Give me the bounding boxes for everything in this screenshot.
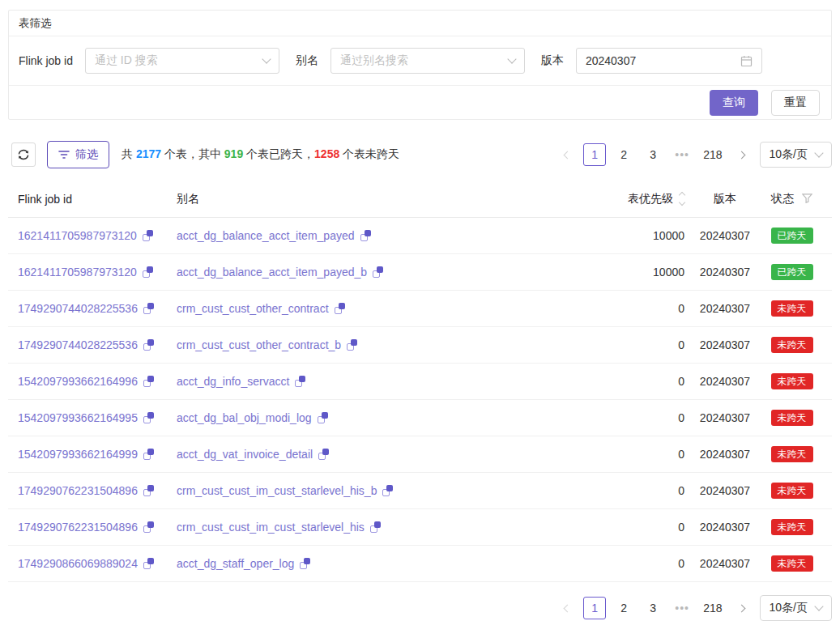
field-version: 版本 20240307 — [541, 48, 762, 74]
status-badge: 已跨天 — [771, 264, 813, 280]
status-badge: 未跨天 — [771, 555, 813, 572]
header-version: 版本 — [689, 192, 761, 206]
page-button-last[interactable]: 218 — [700, 143, 725, 166]
prev-page-button[interactable] — [557, 143, 577, 166]
copy-icon[interactable] — [143, 230, 153, 241]
alias-link[interactable]: acct_dg_staff_oper_log — [177, 557, 294, 570]
copy-icon[interactable] — [318, 449, 329, 460]
flink-job-id-link[interactable]: 1621411705987973120 — [18, 229, 137, 242]
filter-actions: 查询 重置 — [9, 85, 831, 119]
page-button-last[interactable]: 218 — [700, 597, 725, 619]
flink-job-id-link[interactable]: 1621411705987973120 — [18, 266, 137, 279]
page-button-2[interactable]: 2 — [612, 143, 635, 166]
flink-job-id-link[interactable]: 1749290744028225536 — [18, 338, 138, 351]
calendar-icon — [740, 55, 753, 67]
copy-icon[interactable] — [318, 412, 328, 423]
stats-prefix: 共 — [122, 147, 136, 160]
alias-link[interactable]: acct_dg_balance_acct_item_payed — [177, 229, 355, 242]
flink-job-id-select[interactable]: 通过 ID 搜索 — [85, 48, 279, 74]
flink-job-id-link[interactable]: 1749290762231504896 — [18, 484, 138, 497]
priority-cell: 10000 — [583, 229, 689, 242]
copy-icon[interactable] — [335, 303, 345, 314]
copy-icon[interactable] — [143, 521, 154, 533]
flink-job-id-link[interactable]: 1749290866069889024 — [18, 557, 138, 570]
page-ellipsis[interactable]: ••• — [671, 597, 693, 619]
alias-link[interactable]: acct_dg_info_servacct — [177, 375, 289, 388]
version-cell: 20240307 — [689, 302, 761, 315]
filter-button[interactable]: 筛选 — [47, 141, 109, 168]
copy-icon[interactable] — [373, 266, 383, 278]
page-button-3[interactable]: 3 — [642, 597, 664, 619]
stats-mid1: 个表，其中 — [161, 147, 224, 160]
reset-button[interactable]: 重置 — [771, 90, 820, 116]
query-button[interactable]: 查询 — [710, 90, 758, 116]
refresh-button[interactable] — [11, 142, 36, 167]
copy-icon[interactable] — [143, 303, 154, 314]
refresh-icon — [17, 148, 30, 161]
filter-card: 表筛选 Flink job id 通过 ID 搜索 别名 通过别名搜索 版本 2… — [8, 10, 832, 120]
chevron-right-icon — [738, 151, 746, 159]
alias-link[interactable]: crm_cust_cust_other_contract_b — [177, 338, 341, 351]
alias-label: 别名 — [296, 53, 318, 68]
alias-select[interactable]: 通过别名搜索 — [330, 48, 525, 74]
chevron-down-icon — [814, 602, 823, 610]
copy-icon[interactable] — [143, 376, 154, 387]
flink-job-id-link[interactable]: 1542097993662164999 — [18, 448, 138, 461]
page-ellipsis[interactable]: ••• — [671, 143, 693, 166]
copy-icon[interactable] — [143, 485, 154, 496]
header-status: 状态 — [761, 192, 822, 206]
page-size-select[interactable]: 10条/页 — [760, 142, 832, 168]
flink-job-id-link[interactable]: 1749290762231504896 — [18, 521, 138, 534]
next-page-button[interactable] — [732, 597, 752, 619]
copy-icon[interactable] — [143, 449, 154, 460]
status-badge: 已跨天 — [771, 228, 813, 244]
page-button-1[interactable]: 1 — [583, 597, 606, 619]
flink-job-id-link[interactable]: 1542097993662164996 — [18, 375, 138, 388]
table-stats: 共 2177 个表，其中 919 个表已跨天，1258 个表未跨天 — [122, 147, 399, 162]
chevron-left-icon — [563, 604, 571, 612]
flink-job-id-link[interactable]: 1542097993662164995 — [18, 411, 138, 424]
filter-card-title: 表筛选 — [9, 11, 831, 36]
copy-icon[interactable] — [370, 521, 381, 533]
funnel-icon[interactable] — [802, 194, 812, 203]
version-value: 20240307 — [586, 54, 740, 67]
copy-icon[interactable] — [347, 339, 357, 351]
version-cell: 20240307 — [689, 375, 761, 388]
chevron-down-icon — [262, 54, 271, 63]
copy-icon[interactable] — [360, 230, 371, 241]
chevron-right-icon — [738, 604, 746, 612]
page-button-3[interactable]: 3 — [642, 143, 664, 166]
priority-cell: 0 — [583, 302, 689, 315]
flink-job-id-link[interactable]: 1749290744028225536 — [18, 302, 138, 315]
copy-icon[interactable] — [295, 376, 305, 387]
copy-icon[interactable] — [143, 266, 153, 278]
pagination-bottom: 1 2 3 ••• 218 10条/页 — [557, 595, 832, 621]
flink-job-id-placeholder: 通过 ID 搜索 — [95, 53, 263, 68]
flink-job-id-label: Flink job id — [19, 54, 73, 67]
next-page-button[interactable] — [732, 143, 752, 166]
table-row: 1749290744028225536 crm_cust_cust_other_… — [8, 327, 832, 364]
alias-link[interactable]: acct_dg_vat_invoice_detail — [177, 448, 313, 461]
alias-link[interactable]: crm_cust_cust_other_contract — [177, 302, 329, 315]
alias-link[interactable]: acct_dg_balance_acct_item_payed_b — [177, 266, 367, 279]
header-priority[interactable]: 表优先级 — [583, 192, 689, 206]
page-button-2[interactable]: 2 — [612, 597, 635, 619]
priority-cell: 0 — [583, 521, 689, 534]
copy-icon[interactable] — [143, 412, 154, 423]
prev-page-button[interactable] — [557, 597, 577, 619]
copy-icon[interactable] — [143, 339, 154, 351]
status-badge: 未跨天 — [771, 300, 813, 317]
table-row: 1749290762231504896 crm_cust_cust_im_cus… — [8, 509, 832, 546]
sort-carets-icon[interactable] — [680, 193, 684, 205]
page-button-1[interactable]: 1 — [583, 143, 606, 166]
field-alias: 别名 通过别名搜索 — [296, 48, 525, 74]
copy-icon[interactable] — [143, 558, 154, 569]
alias-link[interactable]: crm_cust_cust_im_cust_starlevel_his_b — [177, 484, 377, 497]
copy-icon[interactable] — [300, 558, 310, 569]
page-size-select[interactable]: 10条/页 — [760, 595, 832, 621]
version-cell: 20240307 — [689, 411, 761, 424]
copy-icon[interactable] — [382, 485, 393, 496]
version-date-input[interactable]: 20240307 — [576, 48, 762, 74]
alias-link[interactable]: crm_cust_cust_im_cust_starlevel_his — [177, 521, 365, 534]
alias-link[interactable]: acct_dg_bal_obj_modi_log — [177, 411, 312, 424]
